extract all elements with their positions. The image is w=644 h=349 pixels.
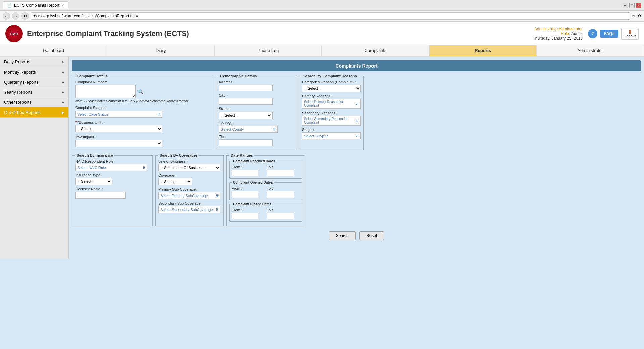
opened-to-input[interactable] (267, 191, 294, 198)
state-label: State : (219, 107, 293, 111)
back-button[interactable]: ← (3, 12, 10, 20)
settings-icon[interactable]: ⚙ (638, 14, 641, 18)
secondary-reasons-label: Secondary Reasons: (302, 111, 361, 115)
search-by-coverages-section: Search By Coverages Line of Business : -… (155, 153, 224, 226)
categories-reason-label: Categories Reason (Complaint) : (302, 80, 361, 84)
search-button[interactable]: Search (329, 231, 356, 240)
coverages-legend: Search By Coverages (158, 153, 199, 157)
status-label: Complaint Status : (75, 106, 210, 110)
naic-role-select[interactable]: Select NAIC Role ⊕ (75, 164, 147, 171)
received-dates-group: Complaint Received Dates From : To : (229, 159, 302, 179)
close-button[interactable]: ✕ (636, 3, 641, 8)
maximize-button[interactable]: □ (629, 3, 635, 8)
current-date: Thursday, January 25, 2018 (533, 36, 583, 41)
chevron-right-icon: ▶ (62, 90, 64, 94)
user-role: Role: Admin (533, 31, 583, 36)
plus-icon: ⊕ (157, 112, 160, 116)
business-unit-select[interactable]: --Select-- (75, 125, 162, 132)
complaint-reasons-legend: Search By Complaint Reasons (302, 74, 358, 78)
main-navigation: Dashboard Diary Phone Log Complaints Rep… (0, 45, 644, 57)
zip-input[interactable] (219, 139, 273, 146)
line-of-business-label: Line of Business : (158, 159, 220, 163)
city-input[interactable] (219, 98, 273, 105)
nav-diary[interactable]: Diary (107, 45, 215, 56)
tab-icon: 📄 (7, 3, 12, 8)
naic-label: NAIC Respondent Role : (75, 159, 150, 163)
sidebar-item-yearly-reports[interactable]: Yearly Reports ▶ (0, 87, 68, 97)
complaint-number-label: Complaint Number: (75, 80, 210, 84)
browser-titlebar: 📄 ECTS Complaints Report ✕ ─ □ ✕ (0, 0, 644, 11)
search-icon[interactable]: 🔍 (137, 88, 144, 95)
logo-text: issi (10, 31, 18, 36)
primary-sub-coverage-select[interactable]: Select Primary SubCoverage ⊕ (158, 192, 220, 199)
tab-close-button[interactable]: ✕ (61, 4, 64, 7)
help-button[interactable]: ? (588, 29, 597, 38)
plus-icon: ⊕ (215, 207, 218, 212)
window-controls: ─ □ ✕ (623, 3, 641, 8)
browser-tab[interactable]: 📄 ECTS Complaints Report ✕ (3, 1, 68, 9)
minimize-button[interactable]: ─ (623, 3, 628, 8)
investigator-select[interactable] (75, 140, 162, 147)
state-select[interactable]: --Select-- (219, 112, 273, 119)
nav-administrator[interactable]: Administrator (537, 45, 644, 56)
browser-chrome: 📄 ECTS Complaints Report ✕ ─ □ ✕ ← → ↻ ☆… (0, 0, 644, 22)
user-info: Administrator Administrator Role: Admin … (533, 27, 583, 41)
county-select[interactable]: Select County ⊕ (219, 126, 278, 133)
received-from-input[interactable] (232, 170, 258, 176)
logout-button[interactable]: 🚪 Logout (621, 28, 639, 40)
plus-icon: ⊕ (356, 119, 359, 123)
sidebar-item-quarterly-reports[interactable]: Quarterly Reports ▶ (0, 77, 68, 87)
demographic-details-section: Demographic Details Address : City : Sta… (216, 74, 296, 150)
forward-button[interactable]: → (12, 12, 19, 20)
complaint-number-input[interactable] (75, 85, 136, 98)
received-from-field: From : (232, 165, 264, 176)
subject-select[interactable]: Select Subject ⊕ (302, 132, 361, 139)
bookmark-icon[interactable]: ☆ (632, 14, 636, 18)
secondary-sub-coverage-select[interactable]: Select Secondary SubCoverage ⊕ (158, 206, 220, 213)
plus-icon: ⊕ (215, 193, 218, 198)
reset-button[interactable]: Reset (359, 231, 384, 240)
coverage-select[interactable]: --Select-- (158, 178, 192, 185)
secondary-reason-select[interactable]: Select Secondary Reason for Complaint ⊕ (302, 116, 361, 126)
insurance-type-select[interactable]: --Select-- (75, 178, 112, 185)
closed-to-input[interactable] (267, 213, 294, 219)
sidebar-item-out-of-box-reports[interactable]: Out of box Reports ▶ (0, 107, 68, 118)
business-unit-label: *Business Unit : (75, 120, 210, 124)
chevron-right-icon: ▶ (62, 70, 64, 74)
nav-phone-log[interactable]: Phone Log (215, 45, 322, 56)
closed-to-label: To : (267, 208, 300, 212)
browser-addressbar: ← → ↻ ☆ ⚙ (0, 11, 644, 22)
insurance-legend: Search By Insurance (75, 153, 114, 157)
case-status-select[interactable]: Select Case Status ⊕ (75, 111, 162, 118)
page-title: Complaints Report (72, 60, 641, 71)
date-ranges-section: Date Ranges Complaint Received Dates Fro… (226, 153, 305, 226)
complaint-note: Note :- Please enter Complaint # in CSV … (75, 99, 210, 103)
closed-from-input[interactable] (232, 213, 258, 219)
faqs-button[interactable]: FAQs (600, 30, 618, 38)
complaint-details-section: Complaint Details Complaint Number: 🔍 No… (72, 74, 213, 150)
address-label: Address : (219, 80, 293, 84)
opened-from-input[interactable] (232, 191, 258, 198)
licensee-name-input[interactable] (75, 192, 126, 199)
closed-to-field: To : (267, 208, 300, 219)
opened-from-field: From : (232, 186, 264, 198)
sidebar-item-monthly-reports[interactable]: Monthly Reports ▶ (0, 67, 68, 77)
sidebar-item-other-reports[interactable]: Other Reports ▶ (0, 97, 68, 107)
address-input[interactable] (219, 85, 273, 91)
search-by-insurance-section: Search By Insurance NAIC Respondent Role… (72, 153, 153, 226)
received-dates-legend: Complaint Received Dates (232, 159, 277, 163)
primary-reason-select[interactable]: Select Primary Reason for Complaint ⊕ (302, 99, 361, 109)
opened-dates-row: From : To : (232, 186, 300, 198)
sidebar-item-daily-reports[interactable]: Daily Reports ▶ (0, 57, 68, 67)
line-of-business-select[interactable]: --Select Line Of Business-- (158, 164, 220, 171)
sidebar: Daily Reports ▶ Monthly Reports ▶ Quarte… (0, 57, 69, 259)
received-to-input[interactable] (267, 170, 294, 176)
categories-reason-select[interactable]: --Select-- (302, 85, 361, 92)
nav-reports[interactable]: Reports (429, 45, 537, 56)
address-bar[interactable] (31, 12, 630, 20)
refresh-button[interactable]: ↻ (21, 12, 29, 20)
nav-dashboard[interactable]: Dashboard (0, 45, 107, 56)
nav-complaints[interactable]: Complaints (322, 45, 429, 56)
date-ranges-legend: Date Ranges (229, 153, 254, 157)
tab-title: ECTS Complaints Report (14, 3, 59, 8)
